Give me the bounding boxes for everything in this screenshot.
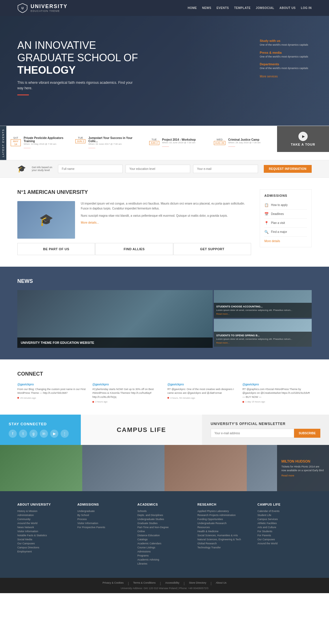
social-twitter[interactable]: t — [19, 430, 27, 438]
footer-link[interactable]: News Network — [17, 526, 72, 529]
nav-home[interactable]: HOME — [188, 6, 197, 10]
footer-link[interactable]: Around the World — [257, 542, 312, 545]
social-youtube[interactable]: ▶ — [50, 430, 58, 438]
education-input[interactable] — [126, 165, 190, 173]
social-facebook[interactable]: f — [9, 430, 17, 438]
campus-img-4[interactable]: MILTON HUDSON Tickets for Hinds Picnic 2… — [247, 445, 329, 491]
admission-item-2[interactable]: 📅 Deadlines — [264, 210, 307, 219]
footer-link[interactable]: Social Media — [17, 538, 72, 541]
read-more-2[interactable]: Read more... — [216, 342, 229, 344]
social-google[interactable]: g — [29, 430, 38, 438]
footer-link[interactable]: By School — [77, 514, 132, 517]
footer-link[interactable]: Social Sciences, Humanities & Arts — [197, 534, 252, 537]
footer-link[interactable]: Notable Facts & Statistics — [17, 534, 72, 537]
nav-login[interactable]: LOG IN — [301, 6, 312, 10]
footer-link[interactable]: Visitor Information — [77, 522, 132, 525]
footer-link[interactable]: Libraries — [137, 562, 192, 565]
news-sub-item-2[interactable]: STUDENTS TO SPEND SPRING B... Lorem ipsu… — [214, 319, 312, 347]
info-bar-text: Get info based on your study level — [32, 166, 52, 172]
subscribe-button[interactable]: SUBSCRIBE — [294, 429, 320, 438]
more-details-link[interactable]: More details... — [81, 221, 99, 224]
footer-link[interactable]: Process — [77, 518, 132, 521]
footer-privacy[interactable]: Privacy & Cookies — [102, 581, 124, 585]
footer-link[interactable]: Health & Medicine — [197, 530, 252, 533]
play-button[interactable]: ▶ — [298, 132, 308, 141]
footer-link[interactable]: Arts and Culture — [257, 526, 312, 529]
footer-link[interactable]: Our Campuses — [257, 538, 312, 541]
campus-img-2[interactable] — [82, 445, 164, 491]
footer-link[interactable]: Course Listings — [137, 546, 192, 549]
admission-item-4[interactable]: 🔍 Find a major — [264, 228, 307, 237]
footer-link[interactable]: Community — [17, 518, 72, 521]
footer-link[interactable]: Our Campuses — [17, 542, 72, 545]
read-more-1[interactable]: Read more... — [216, 313, 229, 315]
newsletter-email-input[interactable] — [211, 429, 294, 438]
nav-template[interactable]: TEMPLATE — [234, 6, 251, 10]
footer-about[interactable]: About Us — [216, 581, 227, 585]
footer-link[interactable]: Online — [137, 530, 192, 533]
nav-about[interactable]: ABOUT US — [279, 6, 296, 10]
tour-video[interactable]: ▶ TAKE A TOUR — [277, 126, 329, 152]
footer-link[interactable]: Global Research — [197, 542, 252, 545]
footer-link[interactable]: Natural Sciences, Engineering & Tech — [197, 538, 252, 541]
email-input[interactable] — [193, 165, 258, 173]
nav-events[interactable]: EVENTS — [216, 6, 229, 10]
admissions-more-link[interactable]: More details — [264, 240, 307, 243]
footer-link[interactable]: Graduate Studies — [137, 522, 192, 525]
graduation-icon: 🎓 — [17, 165, 26, 173]
event-info-3: Project 2014 - Workshop When: 02 June 20… — [162, 138, 196, 148]
hero-sidebar-item-3: Departments One of the world's most dyna… — [260, 62, 312, 70]
footer-link[interactable]: Undergraduate Studies — [137, 518, 192, 521]
footer-link[interactable]: Around the World — [17, 522, 72, 525]
footer-link[interactable]: Athletic Facilities — [257, 522, 312, 525]
footer-link[interactable]: Admissions — [137, 550, 192, 553]
news-main-story[interactable]: UNIVERSITY THEME FOR EDUCATION WEBSITE — [17, 290, 213, 348]
news-main-title: UNIVERSITY THEME FOR EDUCATION WEBSITE — [21, 341, 209, 344]
overlay-read-more[interactable]: Read more — [281, 474, 325, 477]
be-part-button[interactable]: BE PART OF US — [17, 243, 95, 255]
footer-link[interactable]: Technology Transfer — [197, 546, 252, 549]
footer-link[interactable]: Depts. and Disciplines — [137, 514, 192, 517]
footer-link[interactable]: Student Life — [257, 514, 312, 517]
footer-link[interactable]: For Parents — [257, 534, 312, 537]
campus-img-1[interactable] — [0, 445, 82, 491]
nav-jomsocial[interactable]: JOMSOCIAL — [256, 6, 274, 10]
footer-link[interactable]: Undergraduate Research — [197, 522, 252, 525]
admission-item-1[interactable]: 📋 How to apply — [264, 201, 307, 210]
admission-item-3[interactable]: 📍 Plan a visit — [264, 219, 307, 228]
footer-link[interactable]: Academic Advising — [137, 558, 192, 561]
fullname-input[interactable] — [58, 165, 123, 173]
footer-link[interactable]: For Students — [257, 530, 312, 533]
footer-accessibility[interactable]: Accessibility — [165, 581, 179, 585]
request-info-button[interactable]: REQUEST INFORMATION — [264, 165, 312, 173]
footer-link[interactable]: History & Mission — [17, 510, 72, 513]
find-allies-button[interactable]: FIND ALLIES — [95, 243, 173, 255]
footer-link[interactable]: Calendar of Events — [257, 510, 312, 513]
footer-terms[interactable]: Terms & Conditions — [133, 581, 156, 585]
social-rss[interactable]: ⋮ — [61, 430, 69, 438]
campus-img-3[interactable] — [164, 445, 247, 491]
get-support-button[interactable]: GET SUPPORT — [173, 243, 251, 255]
footer-link[interactable]: Resources — [197, 526, 252, 529]
footer-link[interactable]: Administration — [17, 514, 72, 517]
footer-link[interactable]: Applied Physics Laboratory — [197, 510, 252, 513]
footer-store[interactable]: Store Directory — [189, 581, 206, 585]
footer-link[interactable]: Campus Services — [257, 518, 312, 521]
footer-link[interactable]: Research Projects Administration — [197, 514, 252, 517]
nav-news[interactable]: NEWS — [202, 6, 211, 10]
footer-link[interactable]: Funding Opportunities — [197, 518, 252, 521]
news-sub-item-1[interactable]: STUDENTS CHOOSE ACCOUNTING... Lorem ipsu… — [214, 290, 312, 318]
more-services-link[interactable]: More services — [260, 75, 278, 78]
footer-link[interactable]: Visitor Information — [17, 530, 72, 533]
footer-link[interactable]: Part-Time and Non-Degree — [137, 526, 192, 529]
footer-link[interactable]: Undergraduate — [77, 510, 132, 513]
footer-link[interactable]: Programs — [137, 554, 192, 557]
footer-link[interactable]: Distance Education — [137, 534, 192, 537]
footer-link[interactable]: Schools — [137, 510, 192, 513]
footer-link[interactable]: Academic Calendars — [137, 542, 192, 545]
footer-link[interactable]: Catalogs — [137, 538, 192, 541]
social-linkedin[interactable]: in — [40, 430, 48, 438]
footer-link[interactable]: For Prospective Parents — [77, 526, 132, 529]
footer-link[interactable]: Campus Directions — [17, 546, 72, 549]
footer-link[interactable]: Employment — [17, 550, 72, 553]
